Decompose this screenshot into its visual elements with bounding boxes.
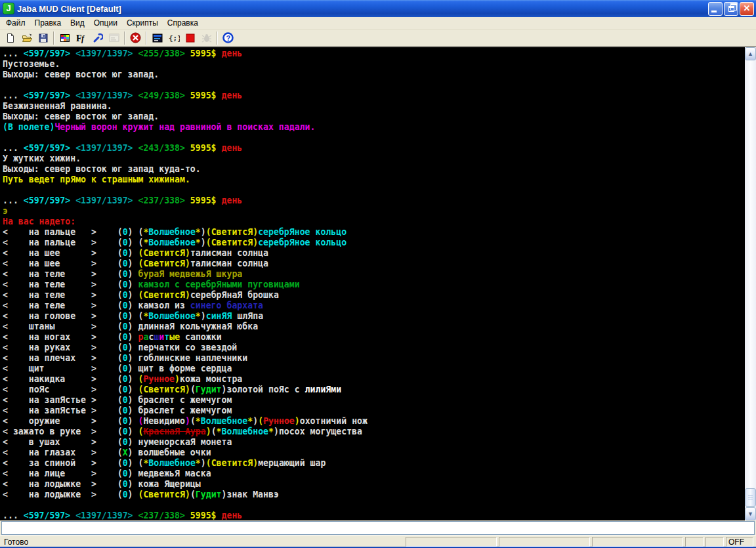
menu-item-scripts[interactable]: Скрипты (122, 17, 163, 29)
close-button[interactable]: ✕ (740, 2, 754, 16)
terminal-segment: ) ( (128, 458, 144, 468)
scroll-down-button[interactable]: ▼ (745, 507, 756, 520)
terminal-line: < на лодыжке > (0) кожа Ящерицы (3, 479, 745, 490)
app-window: J Jaba MUD Client [Default] ✕ ФайлПравка… (0, 0, 756, 548)
terminal-line: < на руках > (0) перчатки со звездой (3, 343, 745, 353)
menubar: ФайлПравкаВидОпцииСкриптыСправка (0, 17, 756, 30)
terminal-segment: ( (190, 490, 196, 499)
terminal-segment: < на теле > ( (3, 290, 123, 300)
window-list-button[interactable] (149, 30, 165, 45)
terminal-line (3, 500, 745, 511)
terminal-segment: 5995$ (190, 91, 222, 100)
help-button[interactable]: ? (220, 30, 236, 45)
terminal-segment: Волшебное (148, 238, 195, 247)
terminal-line: < на шее > (0) (СветитсЯ)талисман солнца (3, 259, 745, 269)
font-button[interactable]: Ff (73, 30, 89, 45)
window-title: Jaba MUD Client [Default] (17, 4, 708, 14)
scrollbar-thumb[interactable] (745, 488, 756, 507)
titlebar[interactable]: J Jaba MUD Client [Default] ✕ (0, 0, 756, 17)
terminal-segment: Гудит (196, 490, 222, 499)
terminal-segment: 0 (123, 406, 128, 415)
terminal-segment: ) (128, 427, 138, 436)
terminal-segment: э (3, 206, 8, 216)
terminal-segment: ... (3, 49, 24, 58)
status-off-indicator: OFF (726, 537, 753, 547)
terminal-segment: 5995$ (190, 511, 222, 520)
minimize-button[interactable] (708, 2, 723, 16)
terminal-line: (В полете)Черный ворон кружит над равнин… (3, 122, 745, 133)
scroll-up-button[interactable]: ▲ (745, 47, 756, 60)
terminal-segment: ... (3, 196, 24, 205)
restore-button[interactable] (724, 2, 738, 16)
terminal-segment: ) (185, 416, 190, 426)
terminal-segment: 0 (123, 490, 128, 499)
toolbar-separator (124, 32, 125, 45)
terminal-line: < на плечах > (0) гоблинские наплечники (3, 353, 745, 364)
toolbar-separator (146, 32, 147, 45)
colors-button[interactable] (56, 30, 73, 45)
command-input[interactable] (1, 521, 755, 535)
terminal-line: У жутких хижин. (3, 154, 745, 164)
terminal-segment: 5995$ (190, 196, 222, 205)
terminal-segment: ) (128, 280, 138, 289)
menu-item-options[interactable]: Опции (89, 17, 122, 29)
terminal-segment: 0 (123, 385, 128, 394)
terminal-segment: кожа монстра (180, 374, 242, 384)
terminal-segment: < на теле > ( (3, 280, 123, 289)
terminal-segment: Гудит (196, 385, 222, 394)
terminal-segment: < на теле > ( (3, 301, 123, 310)
terminal-segment: * (268, 427, 274, 436)
terminal-line: < на запЯстье > (0) браслет с жемчугом (3, 406, 745, 416)
terminal-segment: < на руках > ( (3, 343, 123, 352)
terminal-line (3, 133, 745, 143)
statusbar: Готово OFF (0, 536, 756, 548)
terminal-segment: <255/338> (138, 49, 190, 58)
open-file-button[interactable] (18, 30, 35, 45)
terminal-segment: ) ( (128, 238, 144, 247)
terminal-segment: <597/597> (24, 49, 75, 58)
terminal-line: < на глазах > (X) волшебные очки (3, 448, 745, 458)
terminal-segment: <597/597> (24, 196, 75, 205)
terminal-line: < на лице > (0) медвежьЯ маска (3, 469, 745, 479)
terminal-line: < на ногах > (0) расшитые сапожки (3, 332, 745, 343)
help-icon: ? (222, 32, 234, 43)
terminal-segment: талисман солнца (190, 259, 268, 268)
menu-item-file[interactable]: Файл (1, 17, 30, 29)
status-panel-small-2 (705, 537, 724, 547)
open-file-icon (22, 33, 32, 43)
terminal-segment: 0 (123, 311, 128, 321)
menu-item-view[interactable]: Вид (66, 17, 89, 29)
terminal-segment: * (196, 311, 201, 321)
panel-button (106, 30, 122, 45)
scrollbar-track[interactable] (745, 60, 756, 507)
settings-wrench-button[interactable] (89, 30, 106, 45)
minimize-icon (711, 11, 717, 12)
terminal-segment: день (222, 143, 243, 153)
terminal-segment: 0 (123, 353, 128, 363)
terminal-line: < на теле > (0) камзол из синего бархата (3, 301, 745, 311)
terminal-segment: < на пальце > ( (3, 238, 123, 247)
terminal-segment: Выходы: север восток юг запад. (3, 70, 159, 79)
disconnect-button[interactable] (127, 30, 144, 45)
terminal-segment: ) перчатки со звездой (128, 343, 238, 352)
terminal-area: ... <597/597> <1397/1397> <255/338> 5995… (0, 47, 756, 520)
terminal-segment: ) гоблинские наплечники (128, 353, 248, 363)
menu-item-help[interactable]: Справка (163, 17, 203, 29)
script-braces-button[interactable]: {;} (165, 30, 182, 45)
scrollbar[interactable]: ▲ ▼ (745, 47, 756, 520)
terminal-line: < за спиной > (0) (*Волшебное*)(СветитсЯ… (3, 458, 745, 469)
terminal-segment: <237/338> (138, 196, 190, 205)
menu-item-edit[interactable]: Правка (30, 17, 66, 29)
terminal-line: < на теле > (0) камзол с серебрЯными пуг… (3, 280, 745, 290)
terminal-segment: ) (201, 238, 206, 247)
terminal-segment: Волшебное (148, 458, 195, 468)
terminal-segment: ) (128, 259, 138, 268)
terminal-line: < на теле > (0) бураЯ медвежьЯ шкура (3, 269, 745, 280)
terminal-segment: У жутких хижин. (3, 154, 81, 163)
new-file-button[interactable] (2, 30, 18, 45)
terminal-segment: ) щит в форме сердца (128, 364, 232, 373)
save-file-button[interactable] (35, 30, 51, 45)
record-stop-button[interactable] (182, 30, 198, 45)
terminal-segment: охотничий нож (300, 416, 368, 426)
terminal-output[interactable]: ... <597/597> <1397/1397> <255/338> 5995… (0, 47, 745, 520)
